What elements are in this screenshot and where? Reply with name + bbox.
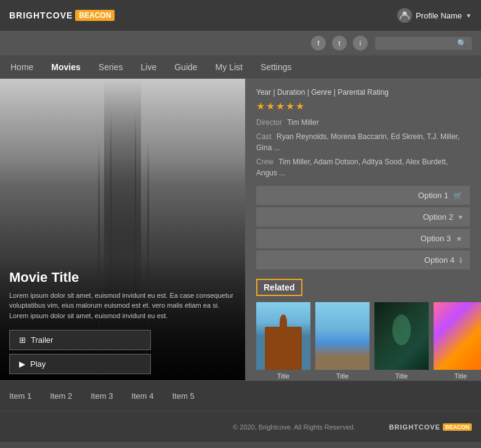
heart-icon: ♥ bbox=[458, 213, 463, 222]
footer-nav-item-4[interactable]: Item 4 bbox=[131, 391, 153, 401]
option-1-label: Option 1 bbox=[418, 191, 448, 200]
cast-row: Cast Ryan Reynolds, Morena Baccarin, Ed … bbox=[256, 131, 470, 153]
movie-title: Movie Title bbox=[9, 270, 236, 286]
related-section: Related Title Title bbox=[256, 279, 470, 380]
option-4-label: Option 4 bbox=[424, 255, 455, 265]
related-items: Title Title Title bbox=[256, 302, 470, 380]
nav-item-series[interactable]: Series bbox=[97, 62, 124, 72]
main-nav: Home Movies Series Live Guide My List Se… bbox=[0, 55, 481, 79]
nav-item-movies[interactable]: Movies bbox=[50, 62, 81, 72]
option-3-button[interactable]: Option 3 ★ bbox=[256, 229, 470, 248]
related-thumb-4[interactable] bbox=[434, 302, 481, 370]
info-icon: ℹ bbox=[459, 256, 463, 265]
related-thumb-2[interactable] bbox=[315, 302, 370, 370]
related-title-1: Title bbox=[277, 372, 289, 380]
footer-logo-beacon: BEACON bbox=[443, 423, 472, 431]
trailer-button[interactable]: ⊞ Trailer bbox=[9, 330, 151, 350]
related-item-4: Title bbox=[434, 302, 481, 380]
instagram-icon[interactable]: i bbox=[353, 36, 368, 50]
movie-description: Lorem ipsum dolor sit amet, euismod invi… bbox=[9, 290, 236, 321]
option-3-label: Option 3 bbox=[421, 234, 451, 243]
facebook-icon[interactable]: f bbox=[311, 36, 326, 50]
nav-item-home[interactable]: Home bbox=[9, 62, 34, 72]
related-title-2: Title bbox=[336, 372, 349, 380]
star-rating: ★★★★★ bbox=[256, 100, 470, 112]
trailer-icon: ⊞ bbox=[19, 335, 26, 345]
related-title-4: Title bbox=[455, 372, 467, 380]
director-value: Tim Miller bbox=[287, 118, 319, 127]
logo-beacon-text: BEACON bbox=[75, 10, 115, 21]
nav-item-live[interactable]: Live bbox=[140, 62, 158, 72]
footer-nav: Item 1 Item 2 Item 3 Item 4 Item 5 bbox=[0, 380, 481, 411]
profile-icon bbox=[397, 8, 412, 23]
profile-area[interactable]: Profile Name ▼ bbox=[397, 8, 472, 23]
related-title-3: Title bbox=[395, 372, 408, 380]
nav-item-mylist[interactable]: My List bbox=[214, 62, 244, 72]
related-item-1: Title bbox=[256, 302, 310, 380]
logo: BRIGHTCOVE BEACON bbox=[9, 10, 115, 21]
search-button[interactable]: 🔍 bbox=[457, 39, 467, 48]
footer-copyright: © 2020, Brightcove. All Rights Reserved. bbox=[199, 423, 389, 431]
option-4-button[interactable]: Option 4 ℹ bbox=[256, 250, 470, 270]
option-1-button[interactable]: Option 1 🛒 bbox=[256, 186, 470, 205]
movie-overlay: Movie Title Lorem ipsum dolor sit amet, … bbox=[0, 257, 245, 381]
social-icons: f t i bbox=[311, 36, 368, 50]
footer-nav-item-2[interactable]: Item 2 bbox=[50, 391, 72, 401]
options-section: Option 1 🛒 Option 2 ♥ Option 3 ★ Option … bbox=[256, 186, 470, 270]
footer-logo: BRIGHTCOVE BEACON bbox=[389, 423, 472, 431]
play-button[interactable]: ▶ Play bbox=[9, 354, 151, 374]
option-2-label: Option 2 bbox=[423, 212, 453, 222]
twitter-icon[interactable]: t bbox=[332, 36, 347, 50]
star-icon: ★ bbox=[456, 234, 463, 243]
nav-item-settings[interactable]: Settings bbox=[259, 62, 293, 72]
footer-logo-text: BRIGHTCOVE bbox=[389, 423, 440, 431]
main-content: Movie Title Lorem ipsum dolor sit amet, … bbox=[0, 79, 481, 380]
related-thumb-3[interactable] bbox=[374, 302, 429, 370]
related-label: Related bbox=[256, 279, 302, 296]
footer-nav-item-5[interactable]: Item 5 bbox=[172, 391, 195, 401]
cast-value: Ryan Reynolds, Morena Baccarin, Ed Skrei… bbox=[256, 132, 459, 152]
option-2-button[interactable]: Option 2 ♥ bbox=[256, 207, 470, 226]
search-area[interactable]: 🔍 bbox=[375, 37, 472, 50]
crew-value: Tim Miller, Adam Dotson, Aditya Sood, Al… bbox=[256, 158, 448, 177]
related-thumb-1[interactable] bbox=[256, 302, 310, 370]
footer-nav-item-1[interactable]: Item 1 bbox=[9, 391, 31, 401]
footer-nav-item-3[interactable]: Item 3 bbox=[91, 391, 113, 401]
crew-label: Crew bbox=[256, 158, 273, 166]
director-label: Director bbox=[256, 118, 282, 127]
related-item-3: Title bbox=[374, 302, 429, 380]
related-item-2: Title bbox=[315, 302, 370, 380]
cast-label: Cast bbox=[256, 132, 272, 141]
meta-line: Year | Duration | Genre | Parental Ratin… bbox=[256, 88, 470, 97]
social-search-bar: f t i 🔍 bbox=[0, 31, 481, 55]
header-right: Profile Name ▼ bbox=[397, 8, 472, 23]
logo-brightcove-text: BRIGHTCOVE bbox=[9, 10, 73, 20]
movie-panel: Movie Title Lorem ipsum dolor sit amet, … bbox=[0, 79, 245, 380]
cart-icon: 🛒 bbox=[453, 191, 463, 200]
nav-item-guide[interactable]: Guide bbox=[173, 62, 198, 72]
header: BRIGHTCOVE BEACON Profile Name ▼ bbox=[0, 0, 481, 31]
info-panel: Year | Duration | Genre | Parental Ratin… bbox=[245, 79, 481, 380]
play-icon: ▶ bbox=[19, 359, 25, 369]
movie-buttons: ⊞ Trailer ▶ Play bbox=[9, 330, 236, 374]
dropdown-arrow-icon: ▼ bbox=[466, 12, 472, 19]
trailer-label: Trailer bbox=[31, 335, 53, 345]
profile-name: Profile Name bbox=[416, 11, 462, 20]
search-input[interactable] bbox=[380, 39, 454, 47]
footer-bottom: © 2020, Brightcove. All Rights Reserved.… bbox=[0, 411, 481, 442]
crew-row: Crew Tim Miller, Adam Dotson, Aditya Soo… bbox=[256, 156, 470, 178]
play-label: Play bbox=[30, 359, 46, 369]
director-row: Director Tim Miller bbox=[256, 117, 470, 128]
